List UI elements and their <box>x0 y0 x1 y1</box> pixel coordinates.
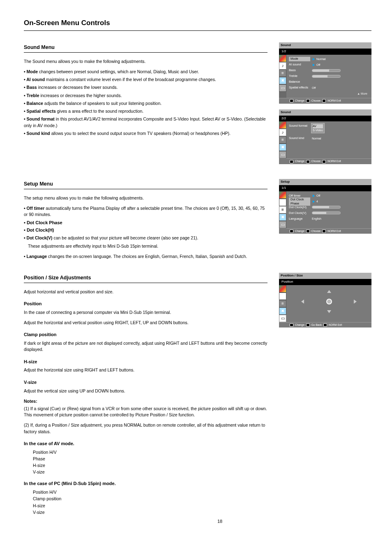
treble-text: increases or decreases the higher sounds… <box>40 93 122 98</box>
sub-pcmode: In the case of PC (Mini D-Sub 15pin) mod… <box>24 481 267 487</box>
lang-label: • Language <box>24 254 47 259</box>
osd-dch[interactable]: Dot Clock(H) <box>289 205 310 209</box>
osd-spatial[interactable]: Spatial effects <box>289 86 310 90</box>
osd-treble[interactable]: Treble <box>289 74 310 78</box>
sound-tab-icon[interactable]: ♪ <box>279 129 286 136</box>
sformat-text: in this product AV1/AV2 terminal incorpo… <box>24 116 266 128</box>
phase-label: • Dot Clock Phase <box>24 220 62 225</box>
foot-goback: Go Back <box>311 323 322 327</box>
foot-normexit: NORM Exit <box>329 323 342 327</box>
sound-tab-icon[interactable]: ♪ <box>279 199 286 206</box>
osd-title: Sound <box>279 109 371 116</box>
foot-choose: Choose <box>311 99 321 103</box>
button-icon <box>323 323 327 327</box>
setup-tab-icon[interactable]: ≡ <box>279 300 286 307</box>
picture-tab-icon[interactable] <box>279 121 286 129</box>
position-pad[interactable] <box>289 287 369 316</box>
button-icon <box>290 160 293 163</box>
setup-heading: Setup Menu <box>24 181 267 189</box>
more-indicator: ▲ More <box>289 91 369 96</box>
list-item: V-size <box>33 509 267 515</box>
chevron-right-icon <box>313 200 315 203</box>
balance-text: adjusts the balance of speakers to suit … <box>44 101 161 106</box>
button-icon <box>306 160 310 163</box>
hsize-body: Adjust the horizontal size using RIGHT a… <box>24 367 267 373</box>
screen-tab-icon[interactable]: ▭ <box>279 84 286 92</box>
dch-slider[interactable] <box>312 206 341 209</box>
clamp-body: If dark or light areas of the picture ar… <box>24 340 267 353</box>
pos-body1: In the case of connecting a personal com… <box>24 309 267 316</box>
setup-tab-icon[interactable]: ≡ <box>279 206 286 214</box>
osd-balance[interactable]: Balance <box>289 80 310 84</box>
foot-normexit: NORM Exit <box>327 99 341 103</box>
ai-text: maintains a constant volume level even i… <box>46 77 216 82</box>
setup-tab-icon[interactable]: ≡ <box>279 136 286 144</box>
page-number: 18 <box>24 518 392 525</box>
arrow-right-icon <box>354 300 357 304</box>
pos-body2: Adjust the horizontal and vertical posit… <box>24 320 267 326</box>
button-icon <box>290 323 293 327</box>
arrow-down-icon <box>327 310 331 313</box>
balance-label: • Balance <box>24 101 43 106</box>
button-icon <box>290 99 293 102</box>
mode-text: changes between preset sound settings, w… <box>39 69 199 74</box>
sound-format-options[interactable]: AV S-Video <box>311 123 325 133</box>
osd-dcv[interactable]: Dot Clock(V) <box>289 211 310 215</box>
tools-tab-icon[interactable]: ✖ <box>279 77 286 84</box>
screen-tab-icon[interactable]: ▭ <box>279 151 286 158</box>
tools-tab-icon[interactable]: ✖ <box>279 144 286 151</box>
tools-tab-icon[interactable]: ✖ <box>279 214 286 221</box>
list-item: V-size <box>33 469 267 475</box>
osd-sound-1: Sound 1/2 ♪ ≡ ✖ ▭ ModeNormal AI soundOff… <box>279 42 371 104</box>
osd-spatial-val: Off <box>312 86 316 90</box>
osd-bass[interactable]: Bass <box>289 68 310 72</box>
skind-text: allows you to select the sound output so… <box>51 131 231 136</box>
picture-tab-icon[interactable] <box>279 285 286 293</box>
opt-av[interactable]: AV <box>313 124 323 128</box>
treble-slider[interactable] <box>312 75 341 78</box>
picture-tab-icon[interactable] <box>279 55 286 62</box>
osd-sformat[interactable]: Sound format <box>289 124 310 128</box>
osd-sound-2: Sound 2/2 ♪ ≡ ✖ ▭ Sound format AV S-Vide… <box>279 109 371 164</box>
note-1: (1) If a signal (Cue) or (Rew) signal fr… <box>24 406 267 418</box>
h-label: • Dot Clock(H) <box>24 228 54 232</box>
list-item: Phase <box>33 456 267 462</box>
osd-header: 1/1 <box>279 185 371 191</box>
list-item: Position H/V <box>33 449 267 455</box>
osd-lang[interactable]: Language <box>289 217 310 221</box>
osd-ai[interactable]: AI sound <box>289 63 310 67</box>
offtimer-text: automatically turns the Plasma Display o… <box>24 206 265 217</box>
chevron-right-icon <box>313 58 315 60</box>
sound-tab-icon[interactable]: ♪ <box>279 293 286 300</box>
sound-intro: The Sound menu allows you to make the fo… <box>24 58 267 65</box>
screen-tab-icon[interactable]: ▭ <box>279 221 286 228</box>
setup-tab-icon[interactable]: ≡ <box>279 70 286 77</box>
osd-header: 1/2 <box>279 49 371 55</box>
tools-tab-icon[interactable]: ✖ <box>279 307 286 315</box>
setup-intro: The setup menu allows you to make the fo… <box>24 195 267 201</box>
list-item: Clamp position <box>33 496 267 502</box>
screen-tab-icon[interactable]: ▭ <box>279 315 286 322</box>
osd-header: 2/2 <box>279 116 371 122</box>
osd-skind[interactable]: Sound kind <box>289 136 310 140</box>
bass-text: increases or decreases the lower sounds. <box>38 85 118 90</box>
treble-label: • Treble <box>24 93 39 98</box>
position-heading: Position / Size Adjustments <box>24 274 267 283</box>
opt-svideo[interactable]: S-Video <box>313 128 323 132</box>
foot-normexit: NORM Exit <box>327 230 341 233</box>
osd-mode[interactable]: Mode <box>289 57 310 61</box>
sub-clamp: Clamp position <box>24 332 267 338</box>
mode-label: • Mode <box>24 69 38 74</box>
sound-tab-icon[interactable]: ♪ <box>279 62 286 70</box>
button-icon <box>322 160 326 163</box>
picture-tab-icon[interactable] <box>279 191 286 199</box>
bass-slider[interactable] <box>312 69 341 72</box>
dcv-slider[interactable] <box>312 211 341 214</box>
list-item: H-size <box>33 503 267 509</box>
sub-avmode: In the case of AV mode. <box>24 441 267 447</box>
osd-setup: Setup 1/1 ♪ ≡ ✖ ▭ Off timerOff Dot Clock… <box>279 179 371 234</box>
bass-label: • Bass <box>24 85 37 90</box>
button-icon <box>306 230 310 233</box>
sub-vsize: V-size <box>24 379 267 385</box>
osd-phase[interactable]: Dot Clock Phase <box>289 197 310 206</box>
